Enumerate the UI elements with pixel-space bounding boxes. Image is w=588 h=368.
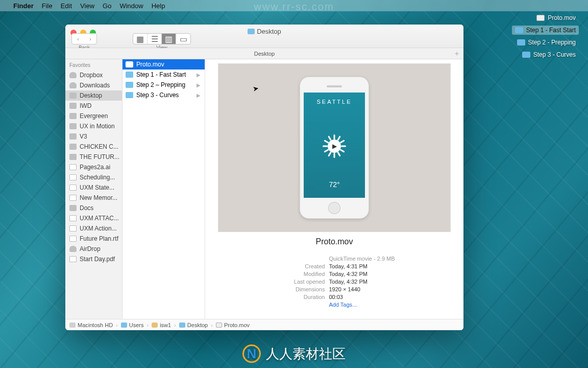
logo-icon: N bbox=[242, 344, 261, 363]
view-columns-icon[interactable]: ▥ bbox=[162, 34, 176, 44]
meta-key: Dimensions bbox=[274, 286, 325, 292]
view-list-icon[interactable]: ☰ bbox=[148, 34, 162, 44]
cloud-icon bbox=[69, 72, 77, 78]
app-name[interactable]: Finder bbox=[13, 2, 34, 10]
folder-icon bbox=[248, 29, 255, 34]
forward-icon[interactable]: › bbox=[84, 34, 96, 44]
sidebar-item-label: Dropbox bbox=[80, 72, 103, 79]
view-coverflow-icon[interactable]: ▭ bbox=[176, 34, 190, 44]
new-tab-icon[interactable]: ＋ bbox=[453, 49, 460, 58]
watermark-footer: N 人人素材社区 bbox=[242, 344, 346, 363]
column-item[interactable]: Step 3 - Curves▶ bbox=[122, 90, 205, 100]
folder-icon bbox=[126, 72, 133, 78]
sidebar-item[interactable]: IWD bbox=[65, 101, 122, 111]
menu-view[interactable]: View bbox=[80, 2, 94, 10]
sidebar-item-label: CHICKEN C... bbox=[80, 143, 118, 150]
tab-desktop[interactable]: Desktop bbox=[254, 51, 275, 57]
menu-file[interactable]: File bbox=[42, 2, 53, 10]
sidebar-item-label: Evergreen bbox=[80, 112, 108, 120]
desktop-item[interactable]: Proto.mov bbox=[533, 13, 579, 22]
sidebar-item-label: V3 bbox=[80, 133, 87, 140]
chevron-right-icon: ▶ bbox=[197, 82, 201, 88]
back-icon[interactable]: ‹ bbox=[72, 34, 84, 44]
desktop-item-label: Step 3 - Curves bbox=[533, 51, 576, 58]
fld-icon bbox=[179, 323, 185, 328]
desktop-icons: Proto.movStep 1 - Fast StartStep 2 - Pre… bbox=[512, 13, 579, 59]
column-item[interactable]: Proto.mov bbox=[122, 59, 205, 70]
path-item-label: Proto.mov bbox=[224, 322, 250, 328]
nav-back-forward[interactable]: ‹ › bbox=[71, 33, 97, 44]
doc-icon bbox=[69, 195, 77, 201]
sidebar-item[interactable]: UXM ATTAC... bbox=[65, 213, 122, 223]
chevron-right-icon: › bbox=[116, 322, 118, 328]
folder-icon bbox=[522, 52, 530, 58]
sidebar-item[interactable]: AirDrop bbox=[65, 244, 122, 254]
chevron-right-icon: ▶ bbox=[197, 93, 201, 98]
view-segmented[interactable]: ▦ ☰ ▥ ▭ bbox=[133, 33, 191, 44]
sidebar-item-label: IWD bbox=[80, 102, 91, 109]
menu-help[interactable]: Help bbox=[152, 2, 165, 10]
menu-go[interactable]: Go bbox=[103, 2, 111, 10]
chevron-right-icon: › bbox=[174, 322, 176, 328]
pathbar: Macintosh HD›Users›isw1›Desktop›Proto.mo… bbox=[65, 319, 463, 330]
column-item-label: Step 3 - Curves bbox=[136, 91, 179, 99]
view-icon-grid-icon[interactable]: ▦ bbox=[133, 34, 148, 44]
fld-icon bbox=[69, 144, 77, 150]
sidebar-item[interactable]: UX in Motion bbox=[65, 121, 122, 131]
desktop-item[interactable]: Step 3 - Curves bbox=[519, 50, 579, 59]
doc-icon bbox=[69, 256, 77, 262]
sidebar: Favorites DropboxDownloadsDesktopIWDEver… bbox=[65, 59, 122, 319]
path-item[interactable]: Proto.mov bbox=[216, 322, 250, 328]
sidebar-item[interactable]: New Memor... bbox=[65, 193, 122, 203]
home-button-icon bbox=[328, 202, 340, 214]
desktop-item-label: Proto.mov bbox=[548, 14, 576, 21]
sidebar-item[interactable]: Desktop bbox=[65, 90, 122, 101]
folder-icon bbox=[515, 27, 523, 33]
path-item[interactable]: isw1 bbox=[152, 322, 171, 328]
doc-icon bbox=[69, 225, 77, 232]
usr-icon bbox=[152, 323, 158, 328]
chevron-right-icon: › bbox=[146, 322, 149, 328]
sidebar-item[interactable]: THE FUTUR... bbox=[65, 152, 122, 162]
phone-mockup: SEATTLE bbox=[300, 77, 369, 219]
desktop-item[interactable]: Step 1 - Fast Start bbox=[512, 26, 579, 35]
sidebar-item[interactable]: UXM Action... bbox=[65, 223, 122, 234]
path-item[interactable]: Macintosh HD bbox=[69, 322, 113, 328]
sidebar-item-label: New Memor... bbox=[80, 194, 117, 201]
sidebar-item[interactable]: CHICKEN C... bbox=[65, 142, 122, 152]
menu-window[interactable]: Window bbox=[119, 2, 143, 10]
meta-key: Last opened bbox=[274, 279, 325, 285]
sidebar-item[interactable]: UXM State... bbox=[65, 182, 122, 193]
sidebar-item[interactable]: Downloads bbox=[65, 80, 122, 90]
path-item[interactable]: Desktop bbox=[179, 322, 208, 328]
add-tags-button[interactable]: Add Tags… bbox=[329, 302, 395, 308]
sidebar-item-label: UXM State... bbox=[80, 184, 114, 191]
sidebar-item[interactable]: Scheduling... bbox=[65, 172, 122, 182]
sidebar-item[interactable]: V3 bbox=[65, 131, 122, 142]
chevron-right-icon: ▶ bbox=[197, 72, 201, 78]
sidebar-item[interactable]: Dropbox bbox=[65, 70, 122, 80]
desktop-item-label: Step 2 - Prepping bbox=[528, 39, 576, 46]
sidebar-item[interactable]: Start Day.pdf bbox=[65, 254, 122, 264]
fld-icon bbox=[69, 113, 77, 119]
preview-filename: Proto.mov bbox=[316, 237, 353, 246]
menu-edit[interactable]: Edit bbox=[61, 2, 72, 10]
sidebar-item[interactable]: Docs bbox=[65, 203, 122, 213]
path-item[interactable]: Users bbox=[121, 322, 144, 328]
sidebar-item-label: UX in Motion bbox=[80, 123, 115, 130]
column-item[interactable]: Step 1 - Fast Start▶ bbox=[122, 70, 205, 80]
column-item[interactable]: Step 2 – Prepping▶ bbox=[122, 80, 205, 90]
window-title: Desktop bbox=[65, 28, 463, 35]
meta-key: Created bbox=[274, 263, 325, 269]
fld-icon bbox=[121, 323, 127, 328]
file-type: QuickTime movie - 2.9 MB bbox=[329, 256, 395, 262]
preview-metadata: QuickTime movie - 2.9 MB CreatedToday, 4… bbox=[274, 256, 395, 308]
fld-icon bbox=[69, 103, 77, 109]
sidebar-item[interactable]: Pages2a.ai bbox=[65, 162, 122, 172]
sidebar-item-label: Desktop bbox=[80, 92, 102, 99]
sidebar-item-label: UXM ATTAC... bbox=[80, 215, 119, 222]
fld-icon bbox=[69, 205, 77, 211]
sidebar-item[interactable]: Evergreen bbox=[65, 111, 122, 121]
sidebar-item[interactable]: Future Plan.rtf bbox=[65, 234, 122, 244]
desktop-item[interactable]: Step 2 - Prepping bbox=[514, 38, 579, 47]
